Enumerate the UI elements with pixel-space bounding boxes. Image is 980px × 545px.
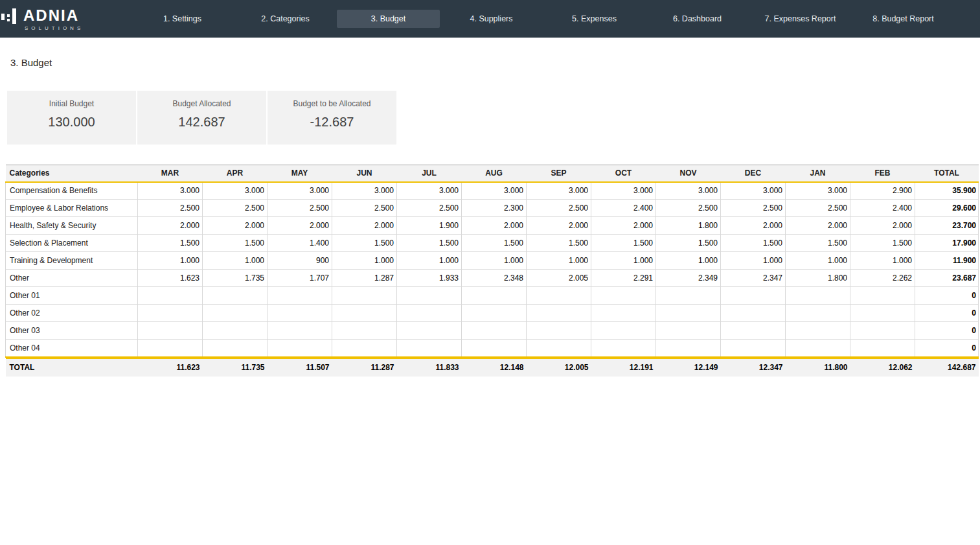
budget-cell[interactable]: 1.000 — [203, 252, 268, 270]
budget-cell[interactable] — [527, 340, 591, 357]
budget-cell[interactable]: 2.291 — [591, 270, 656, 287]
budget-cell[interactable] — [397, 305, 462, 322]
budget-cell[interactable]: 1.500 — [591, 235, 656, 252]
budget-cell[interactable] — [721, 287, 786, 305]
budget-cell[interactable] — [138, 287, 203, 305]
budget-cell[interactable] — [332, 322, 397, 340]
budget-cell[interactable]: 2.000 — [268, 217, 332, 235]
budget-cell[interactable] — [656, 287, 721, 305]
budget-cell[interactable]: 2.500 — [203, 200, 268, 217]
nav-tab-7-expenses-report[interactable]: 7. Expenses Report — [749, 10, 852, 28]
budget-cell[interactable]: 2.500 — [268, 200, 332, 217]
budget-cell[interactable] — [332, 287, 397, 305]
budget-cell[interactable]: 2.262 — [850, 270, 915, 287]
budget-cell[interactable]: 3.000 — [656, 182, 721, 200]
budget-cell[interactable] — [656, 340, 721, 357]
budget-cell[interactable]: 3.000 — [527, 182, 591, 200]
budget-cell[interactable]: 1.500 — [721, 235, 786, 252]
budget-cell[interactable]: 2.500 — [527, 200, 591, 217]
budget-cell[interactable] — [786, 287, 850, 305]
nav-tab-6-dashboard[interactable]: 6. Dashboard — [646, 10, 749, 28]
budget-cell[interactable]: 2.500 — [656, 200, 721, 217]
budget-cell[interactable]: 3.000 — [138, 182, 203, 200]
budget-cell[interactable] — [268, 305, 332, 322]
budget-cell[interactable] — [656, 305, 721, 322]
budget-cell[interactable] — [591, 322, 656, 340]
budget-cell[interactable] — [591, 305, 656, 322]
budget-cell[interactable]: 1.000 — [591, 252, 656, 270]
budget-cell[interactable]: 2.000 — [591, 217, 656, 235]
nav-tab-2-categories[interactable]: 2. Categories — [234, 10, 337, 28]
budget-cell[interactable]: 1.800 — [786, 270, 850, 287]
budget-cell[interactable]: 3.000 — [591, 182, 656, 200]
budget-cell[interactable] — [397, 322, 462, 340]
budget-cell[interactable] — [462, 340, 527, 357]
budget-cell[interactable]: 1.500 — [786, 235, 850, 252]
budget-cell[interactable]: 2.000 — [203, 217, 268, 235]
budget-cell[interactable]: 2.500 — [721, 200, 786, 217]
budget-cell[interactable]: 2.348 — [462, 270, 527, 287]
budget-cell[interactable]: 1.000 — [397, 252, 462, 270]
budget-cell[interactable]: 1.500 — [332, 235, 397, 252]
budget-cell[interactable]: 1.623 — [138, 270, 203, 287]
budget-cell[interactable]: 2.300 — [462, 200, 527, 217]
budget-cell[interactable]: 2.500 — [786, 200, 850, 217]
budget-cell[interactable] — [203, 287, 268, 305]
nav-tab-3-budget[interactable]: 3. Budget — [337, 10, 440, 28]
budget-cell[interactable]: 3.000 — [203, 182, 268, 200]
budget-cell[interactable]: 3.000 — [268, 182, 332, 200]
budget-cell[interactable]: 1.500 — [462, 235, 527, 252]
budget-cell[interactable] — [138, 305, 203, 322]
nav-tab-5-expenses[interactable]: 5. Expenses — [543, 10, 646, 28]
budget-cell[interactable] — [268, 322, 332, 340]
budget-cell[interactable]: 1.000 — [656, 252, 721, 270]
budget-cell[interactable] — [656, 322, 721, 340]
budget-cell[interactable] — [203, 340, 268, 357]
budget-cell[interactable]: 1.500 — [397, 235, 462, 252]
budget-cell[interactable]: 1.000 — [332, 252, 397, 270]
budget-cell[interactable] — [527, 287, 591, 305]
budget-cell[interactable] — [850, 322, 915, 340]
budget-cell[interactable]: 900 — [268, 252, 332, 270]
budget-cell[interactable]: 2.500 — [332, 200, 397, 217]
budget-cell[interactable]: 1.500 — [850, 235, 915, 252]
budget-cell[interactable]: 1.707 — [268, 270, 332, 287]
budget-cell[interactable] — [527, 322, 591, 340]
budget-cell[interactable]: 2.347 — [721, 270, 786, 287]
nav-tab-8-budget-report[interactable]: 8. Budget Report — [852, 10, 955, 28]
budget-cell[interactable]: 3.000 — [786, 182, 850, 200]
nav-tab-4-suppliers[interactable]: 4. Suppliers — [440, 10, 543, 28]
budget-cell[interactable]: 2.000 — [462, 217, 527, 235]
budget-cell[interactable]: 2.500 — [397, 200, 462, 217]
budget-cell[interactable]: 1.900 — [397, 217, 462, 235]
budget-cell[interactable] — [786, 340, 850, 357]
budget-cell[interactable]: 1.000 — [462, 252, 527, 270]
budget-cell[interactable] — [397, 287, 462, 305]
budget-cell[interactable]: 1.000 — [786, 252, 850, 270]
budget-cell[interactable] — [721, 340, 786, 357]
budget-cell[interactable]: 2.005 — [527, 270, 591, 287]
budget-cell[interactable] — [203, 322, 268, 340]
budget-cell[interactable]: 3.000 — [721, 182, 786, 200]
budget-cell[interactable]: 1.735 — [203, 270, 268, 287]
budget-cell[interactable]: 2.000 — [138, 217, 203, 235]
budget-cell[interactable]: 2.000 — [786, 217, 850, 235]
budget-cell[interactable]: 1.933 — [397, 270, 462, 287]
budget-cell[interactable]: 1.500 — [203, 235, 268, 252]
budget-cell[interactable]: 2.000 — [332, 217, 397, 235]
budget-cell[interactable] — [850, 287, 915, 305]
budget-cell[interactable] — [462, 305, 527, 322]
budget-cell[interactable]: 2.400 — [591, 200, 656, 217]
budget-cell[interactable]: 3.000 — [462, 182, 527, 200]
budget-cell[interactable]: 1.500 — [656, 235, 721, 252]
budget-cell[interactable]: 2.400 — [850, 200, 915, 217]
budget-cell[interactable]: 1.000 — [138, 252, 203, 270]
budget-cell[interactable] — [850, 305, 915, 322]
budget-cell[interactable] — [527, 305, 591, 322]
budget-cell[interactable]: 1.000 — [721, 252, 786, 270]
budget-cell[interactable] — [591, 287, 656, 305]
budget-cell[interactable]: 1.500 — [527, 235, 591, 252]
budget-cell[interactable]: 3.000 — [397, 182, 462, 200]
budget-cell[interactable] — [721, 305, 786, 322]
budget-cell[interactable] — [397, 340, 462, 357]
